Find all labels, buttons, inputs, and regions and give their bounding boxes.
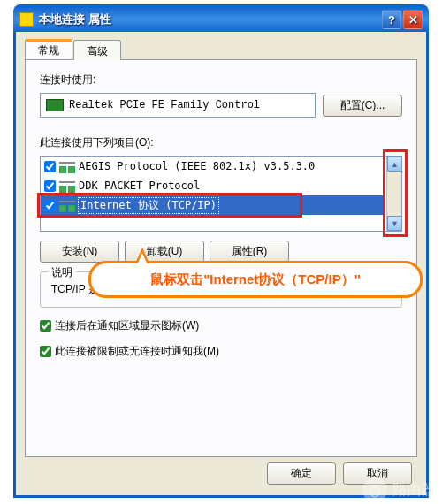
adapter-field: Realtek PCIe FE Family Control [40, 93, 316, 118]
adapter-name: Realtek PCIe FE Family Control [69, 99, 260, 111]
configure-button[interactable]: 配置(C)... [323, 95, 402, 117]
tabstrip: 常规 高级 [25, 39, 417, 60]
window-icon [19, 12, 34, 27]
item-checkbox[interactable] [44, 161, 56, 172]
item-label: DDK PACKET Protocol [79, 179, 200, 192]
callout-text: 鼠标双击"Internet协议（TCP/IP）" [150, 271, 361, 288]
scroll-down-button[interactable]: ▼ [387, 216, 402, 231]
properties-button[interactable]: 属性(R) [210, 241, 289, 263]
window-title: 本地连接 属性 [39, 11, 380, 27]
tab-advanced[interactable]: 高级 [73, 40, 121, 60]
watermark-icon: ◷ [362, 477, 387, 502]
notify-label: 此连接被限制或无连接时通知我(M) [55, 344, 219, 359]
item-label: AEGIS Protocol (IEEE 802.1x) v3.5.3.0 [79, 160, 315, 172]
item-checkbox[interactable] [44, 200, 56, 211]
scrollbar[interactable]: ▲ ▼ [386, 157, 401, 231]
install-button[interactable]: 安装(N) [40, 241, 119, 263]
show-icon-label: 连接后在通知区域显示图标(W) [55, 318, 199, 333]
items-label: 此连接使用下列项目(O): [40, 135, 402, 150]
list-item[interactable]: DDK PACKET Protocol [41, 176, 385, 195]
tab-general[interactable]: 常规 [25, 39, 72, 59]
list-item[interactable]: AEGIS Protocol (IEEE 802.1x) v3.5.3.0 [41, 157, 385, 176]
item-label: Internet 协议 (TCP/IP) [79, 198, 218, 213]
item-checkbox[interactable] [44, 180, 56, 192]
protocol-icon [59, 181, 75, 190]
watermark: ◷ 路由器 [362, 477, 435, 502]
annotation-callout: 鼠标双击"Internet协议（TCP/IP）" [88, 261, 423, 298]
connect-using-label: 连接时使用: [40, 73, 402, 88]
properties-dialog: 本地连接 属性 ? ✕ 常规 高级 连接时使用: Realtek PCIe FE… [13, 4, 429, 498]
watermark-text: 路由器 [392, 481, 435, 500]
notify-checkbox[interactable] [40, 346, 51, 357]
description-legend: 说明 [48, 265, 76, 280]
titlebar[interactable]: 本地连接 属性 ? ✕ [16, 7, 426, 32]
connection-items-listbox[interactable]: AEGIS Protocol (IEEE 802.1x) v3.5.3.0 DD… [40, 156, 402, 232]
close-button[interactable]: ✕ [403, 10, 423, 29]
show-icon-checkbox[interactable] [40, 320, 51, 332]
tab-panel-general: 连接时使用: Realtek PCIe FE Family Control 配置… [25, 59, 417, 457]
protocol-icon [59, 162, 75, 171]
help-button[interactable]: ? [382, 10, 401, 29]
list-item-selected[interactable]: Internet 协议 (TCP/IP) [41, 195, 385, 215]
ok-button[interactable]: 确定 [267, 462, 336, 485]
protocol-icon [59, 201, 75, 210]
nic-icon [46, 99, 64, 111]
scroll-up-button[interactable]: ▲ [387, 157, 402, 172]
